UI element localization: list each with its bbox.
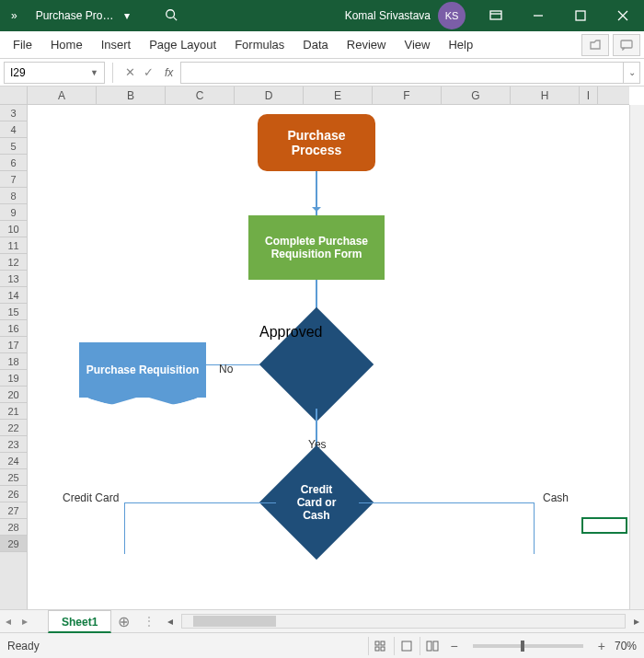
row-header[interactable]: 20 bbox=[0, 387, 27, 403]
share-icon[interactable] bbox=[581, 34, 609, 56]
row-header[interactable]: 25 bbox=[0, 469, 27, 486]
connector-line[interactable] bbox=[359, 502, 534, 503]
row-header[interactable]: 12 bbox=[0, 254, 27, 271]
document-shape[interactable]: Purchase Requisition bbox=[79, 342, 206, 398]
col-header[interactable]: D bbox=[235, 87, 304, 104]
document-name[interactable]: Purchase Pro… bbox=[29, 9, 121, 22]
row-header[interactable]: 15 bbox=[0, 304, 27, 320]
horizontal-scrollbar[interactable] bbox=[181, 614, 626, 629]
worksheet-grid[interactable]: A B C D E F G H I 3 4 5 6 7 8 9 10 11 12… bbox=[0, 87, 644, 609]
decision-label: Approved bbox=[259, 324, 374, 341]
connector-line[interactable] bbox=[124, 502, 125, 554]
row-header[interactable]: 11 bbox=[0, 237, 27, 254]
zoom-out-button[interactable]: − bbox=[445, 639, 464, 653]
tab-split-handle[interactable]: ⋮ bbox=[135, 615, 163, 628]
row-header[interactable]: 7 bbox=[0, 171, 27, 188]
row-header[interactable]: 27 bbox=[0, 502, 27, 519]
col-header[interactable]: C bbox=[166, 87, 235, 104]
expand-formula-icon[interactable]: ⌄ bbox=[624, 62, 640, 84]
tab-view[interactable]: View bbox=[395, 31, 439, 59]
col-header[interactable]: G bbox=[442, 87, 511, 104]
row-header[interactable]: 26 bbox=[0, 486, 27, 502]
row-header[interactable]: 14 bbox=[0, 287, 27, 304]
page-break-view-icon[interactable] bbox=[420, 637, 445, 655]
comments-icon[interactable] bbox=[613, 34, 640, 56]
row-header[interactable]: 22 bbox=[0, 420, 27, 436]
row-header[interactable]: 9 bbox=[0, 204, 27, 221]
tab-insert[interactable]: Insert bbox=[92, 31, 141, 59]
row-header[interactable]: 28 bbox=[0, 519, 27, 536]
maximize-button[interactable] bbox=[559, 0, 602, 31]
row-header[interactable]: 24 bbox=[0, 453, 27, 469]
select-all-corner[interactable] bbox=[0, 87, 28, 104]
enter-icon[interactable]: ✓ bbox=[139, 65, 157, 79]
status-bar: Ready − + 70% bbox=[0, 632, 644, 658]
row-header[interactable]: 3 bbox=[0, 105, 27, 121]
row-header[interactable]: 18 bbox=[0, 353, 27, 370]
decision-shape[interactable]: Credit Card or Cash bbox=[276, 462, 357, 543]
minimize-button[interactable] bbox=[517, 0, 559, 31]
svg-rect-9 bbox=[375, 641, 379, 645]
sheet-tab[interactable]: Sheet1 bbox=[48, 610, 111, 633]
branch-label-cash: Cash bbox=[543, 491, 569, 504]
title-dropdown-icon[interactable]: ▾ bbox=[121, 9, 133, 22]
row-header[interactable]: 5 bbox=[0, 138, 27, 155]
tab-help[interactable]: Help bbox=[439, 31, 482, 59]
col-header[interactable]: A bbox=[28, 87, 97, 104]
connector-line[interactable] bbox=[124, 502, 276, 503]
row-header[interactable]: 8 bbox=[0, 188, 27, 204]
tab-file[interactable]: File bbox=[4, 31, 41, 59]
formula-bar: I29▼ ✕ ✓ fx ⌄ bbox=[0, 59, 644, 87]
row-header[interactable]: 21 bbox=[0, 403, 27, 420]
row-header[interactable]: 29 bbox=[0, 536, 27, 552]
new-sheet-button[interactable]: ⊕ bbox=[111, 613, 135, 630]
tab-page-layout[interactable]: Page Layout bbox=[140, 31, 225, 59]
process-shape[interactable]: Complete Purchase Requisition Form bbox=[248, 215, 385, 280]
vertical-scrollbar[interactable] bbox=[629, 105, 644, 609]
name-box-dropdown-icon[interactable]: ▼ bbox=[90, 68, 98, 77]
row-header[interactable]: 4 bbox=[0, 121, 27, 138]
tab-review[interactable]: Review bbox=[338, 31, 396, 59]
formula-input[interactable] bbox=[180, 62, 624, 84]
connector-arrow[interactable] bbox=[316, 171, 317, 215]
terminator-shape[interactable]: Purchase Process bbox=[258, 114, 375, 171]
user-name[interactable]: Komal Srivastava bbox=[345, 9, 431, 22]
close-button[interactable] bbox=[602, 0, 644, 31]
search-icon[interactable] bbox=[155, 8, 187, 24]
row-header[interactable]: 23 bbox=[0, 436, 27, 453]
quick-access-more-icon[interactable]: » bbox=[0, 9, 29, 22]
branch-label-no: No bbox=[219, 363, 233, 375]
tab-formulas[interactable]: Formulas bbox=[225, 31, 293, 59]
ribbon-mode-icon[interactable] bbox=[475, 0, 517, 31]
tab-data[interactable]: Data bbox=[293, 31, 337, 59]
row-header[interactable]: 6 bbox=[0, 155, 27, 171]
sheet-nav-next-icon[interactable]: ▸ bbox=[17, 615, 33, 628]
row-header[interactable]: 17 bbox=[0, 337, 27, 353]
tab-home[interactable]: Home bbox=[41, 31, 92, 59]
col-header[interactable]: F bbox=[373, 87, 442, 104]
name-box[interactable]: I29▼ bbox=[4, 62, 105, 84]
col-header[interactable]: I bbox=[580, 87, 598, 104]
svg-rect-13 bbox=[402, 641, 411, 651]
connector-line[interactable] bbox=[534, 502, 535, 554]
row-header[interactable]: 10 bbox=[0, 221, 27, 237]
ribbon-tabs: File Home Insert Page Layout Formulas Da… bbox=[0, 31, 644, 59]
zoom-in-button[interactable]: + bbox=[592, 639, 611, 653]
cancel-icon[interactable]: ✕ bbox=[121, 65, 139, 79]
row-header[interactable]: 16 bbox=[0, 320, 27, 337]
hscroll-left-icon[interactable]: ◂ bbox=[163, 615, 178, 628]
page-layout-view-icon[interactable] bbox=[394, 637, 420, 655]
col-header[interactable]: E bbox=[304, 87, 373, 104]
col-header[interactable]: H bbox=[511, 87, 580, 104]
row-header[interactable]: 13 bbox=[0, 271, 27, 287]
fx-icon[interactable]: fx bbox=[165, 66, 173, 79]
avatar[interactable]: KS bbox=[438, 2, 466, 29]
row-header[interactable]: 19 bbox=[0, 370, 27, 387]
hscroll-right-icon[interactable]: ▸ bbox=[629, 615, 644, 628]
sheet-nav-prev-icon[interactable]: ◂ bbox=[0, 615, 17, 628]
zoom-slider[interactable] bbox=[473, 644, 583, 648]
normal-view-icon[interactable] bbox=[368, 637, 394, 655]
svg-rect-14 bbox=[427, 641, 431, 651]
col-header[interactable]: B bbox=[97, 87, 166, 104]
zoom-level[interactable]: 70% bbox=[615, 640, 637, 652]
